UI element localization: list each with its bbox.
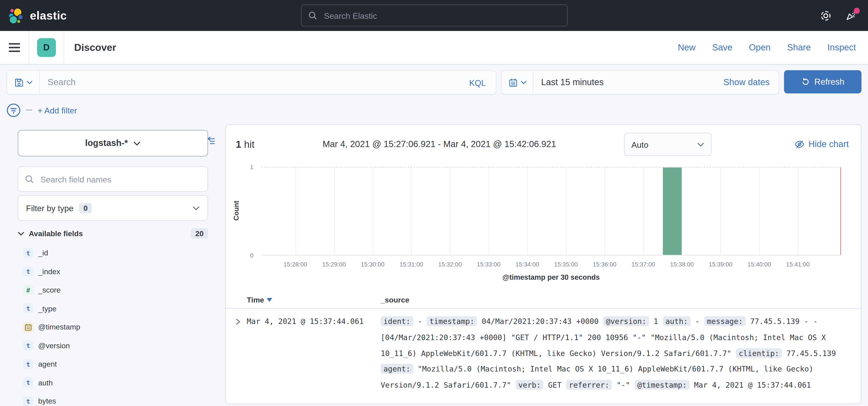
source-field-badge: @version:	[603, 316, 649, 326]
field-name: bytes	[38, 397, 56, 406]
source-field-badge: @timestamp:	[634, 380, 690, 390]
x-tick-label: 15:41:00	[786, 261, 810, 268]
histogram-bar[interactable]	[662, 168, 682, 255]
interval-select[interactable]: Auto	[624, 133, 712, 156]
field-item-_score[interactable]: #_score	[18, 281, 208, 299]
source-field-badge: verb:	[516, 380, 544, 390]
elastic-home-link[interactable]: elastic	[0, 7, 67, 24]
index-pattern-switcher[interactable]: logstash-*	[18, 130, 208, 157]
hamburger-icon	[9, 43, 20, 52]
interval-value: Auto	[631, 139, 648, 149]
available-fields-count-badge: 20	[191, 229, 208, 239]
field-item-_id[interactable]: t_id	[18, 244, 208, 263]
field-name: _type	[38, 304, 57, 313]
gridline	[334, 168, 335, 255]
nav-action-share[interactable]: Share	[787, 43, 811, 53]
string-field-icon: t	[23, 304, 33, 313]
show-dates-button[interactable]: Show dates	[723, 77, 778, 87]
global-search[interactable]	[301, 4, 567, 27]
source-field-badge: message:	[704, 316, 746, 326]
available-fields-header[interactable]: Available fields 20	[18, 229, 208, 239]
refresh-button[interactable]: Refresh	[784, 70, 862, 94]
field-name: _id	[38, 249, 48, 258]
kibana-discover-app: elastic	[0, 0, 868, 406]
time-range-value[interactable]: Last 15 minutes	[533, 77, 723, 87]
string-field-icon: t	[23, 396, 33, 406]
elastic-logo-icon	[8, 7, 25, 24]
x-tick-label: 15:40:00	[747, 261, 771, 268]
field-item-_type[interactable]: t_type	[18, 299, 208, 318]
field-item-auth[interactable]: tauth	[18, 373, 208, 392]
field-item-_index[interactable]: t_index	[18, 262, 208, 281]
query-bar: KQL Last 15 minutes Show dates	[0, 65, 868, 95]
x-axis-label: @timestamp per 30 seconds	[261, 273, 841, 281]
plot-area[interactable]: 15:28:0015:29:0015:30:0015:31:0015:32:00…	[261, 167, 841, 256]
doc-table-header: Time _source	[226, 292, 861, 308]
y-tick-label: 1	[250, 164, 253, 170]
source-cell: ident: - timestamp: 04/Mar/2021:20:37:43…	[381, 313, 848, 393]
help-icon[interactable]	[820, 10, 831, 21]
refresh-icon	[801, 77, 810, 86]
string-field-icon: t	[23, 267, 33, 277]
nav-action-inspect[interactable]: Inspect	[828, 43, 856, 53]
source-field-badge: timestamp:	[427, 316, 477, 326]
notification-dot	[854, 7, 860, 14]
chevron-down-icon	[697, 142, 705, 147]
x-tick-label: 15:28:00	[283, 261, 307, 268]
saved-query-button[interactable]	[7, 71, 40, 94]
filter-by-type-count-badge: 0	[79, 203, 92, 213]
hide-chart-button[interactable]: Hide chart	[795, 139, 849, 149]
filter-by-type-label: Filter by type	[26, 203, 74, 213]
field-item-@timestamp[interactable]: @timestamp	[18, 318, 208, 337]
hits-count: 1 hit	[236, 138, 254, 150]
histogram-chart: Count 15:28:0015:29:0015:30:0015:31:0015…	[226, 156, 861, 292]
index-pattern-name: logstash-*	[85, 138, 128, 148]
gridline	[721, 168, 721, 255]
expand-row-icon[interactable]	[235, 313, 247, 393]
main-content: logstash-* Filter by type 0	[0, 121, 868, 404]
field-item-bytes[interactable]: tbytes	[18, 392, 208, 406]
query-search-input[interactable]	[40, 77, 459, 87]
field-name: agent	[38, 360, 57, 368]
column-header-time[interactable]: Time	[247, 296, 381, 304]
source-field-badge: auth:	[662, 316, 691, 326]
chevron-down-icon	[133, 141, 141, 146]
nav-action-open[interactable]: Open	[749, 43, 771, 53]
calendar-icon	[508, 78, 518, 87]
x-tick-label: 15:39:00	[709, 261, 732, 268]
fields-list: t_idt_index#_scoret_type@timestampt@vers…	[18, 244, 208, 406]
field-search[interactable]	[18, 167, 208, 192]
doc-time-cell: Mar 4, 2021 @ 15:37:44.061	[247, 313, 381, 393]
column-header-source: _source	[381, 296, 409, 304]
menu-toggle-button[interactable]	[0, 31, 29, 64]
gridline	[643, 168, 644, 255]
gridline	[373, 168, 373, 255]
gridline	[760, 168, 760, 255]
nav-action-save[interactable]: Save	[712, 43, 732, 53]
global-search-input[interactable]	[323, 10, 567, 21]
date-quick-select-button[interactable]	[502, 71, 534, 94]
filter-by-type-dropdown[interactable]: Filter by type 0	[18, 195, 208, 221]
kql-toggle-button[interactable]: KQL	[459, 78, 496, 87]
field-item-agent[interactable]: tagent	[18, 355, 208, 373]
brand-text: elastic	[30, 9, 67, 22]
field-item-@version[interactable]: t@version	[18, 336, 208, 355]
x-tick-label: 15:36:00	[593, 261, 616, 268]
chevron-down-icon	[192, 205, 200, 210]
gridline	[527, 168, 528, 255]
newsfeed-icon[interactable]	[845, 10, 856, 21]
app-icon-badge[interactable]: D	[37, 38, 56, 57]
add-filter-button[interactable]: + Add filter	[38, 105, 77, 115]
nav-action-new[interactable]: New	[678, 43, 695, 53]
y-axis-label: Count	[232, 167, 240, 254]
source-field-badge: clientip:	[736, 348, 782, 358]
filter-icon[interactable]	[7, 103, 21, 117]
field-search-input[interactable]	[39, 174, 208, 184]
x-tick-label: 15:37:00	[631, 261, 655, 268]
gridline	[489, 168, 489, 255]
number-field-icon: #	[23, 285, 33, 295]
string-field-icon: t	[23, 248, 33, 258]
date-picker-group: Last 15 minutes Show dates	[501, 70, 779, 95]
collapse-sidebar-icon[interactable]	[207, 137, 216, 145]
string-field-icon: t	[23, 359, 33, 369]
